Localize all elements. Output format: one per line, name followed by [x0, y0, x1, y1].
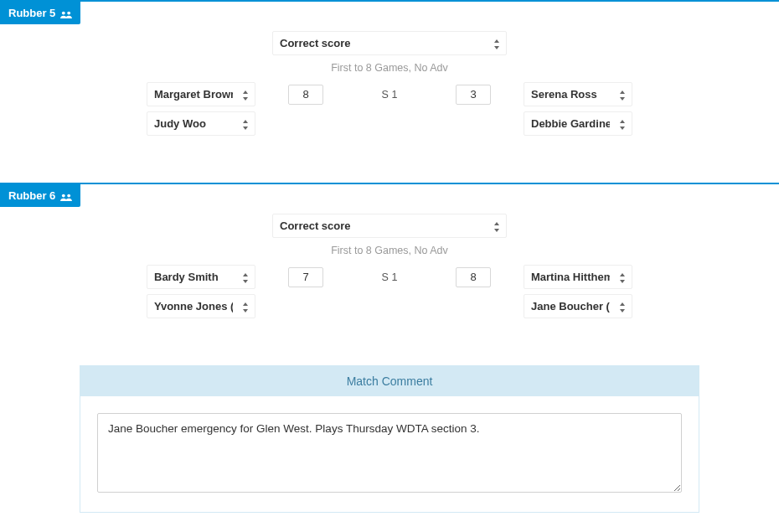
rubber-5-tab[interactable]: Rubber 5	[0, 2, 80, 24]
home-player-2-wrap: Yvonne Jones (C)	[147, 294, 255, 318]
home-player-2-select[interactable]: Yvonne Jones (C)	[147, 294, 255, 318]
format-label: First to 8 Games, No Adv	[0, 62, 779, 74]
score-type-select[interactable]: Correct score	[272, 214, 507, 238]
match-comment-body	[80, 396, 699, 512]
rubber-5-block: Rubber 5 Correct score First to 8 Games,…	[0, 0, 779, 136]
home-player-1-wrap: Bardy Smith	[147, 265, 255, 289]
score-type-select[interactable]: Correct score	[272, 31, 507, 55]
away-player-2-select[interactable]: Debbie Gardiner (C)	[524, 111, 632, 136]
rubber-6-label: Rubber 6	[8, 189, 55, 202]
set-label: S 1	[356, 271, 423, 283]
away-player-2-select[interactable]: Jane Boucher (E)	[524, 294, 632, 318]
doubles-icon	[60, 8, 72, 18]
rubber-5-label: Rubber 5	[8, 7, 55, 19]
svg-point-0	[62, 11, 65, 14]
doubles-icon	[60, 191, 72, 201]
away-player-1-wrap: Martina Hitthemova	[524, 265, 632, 289]
svg-point-3	[68, 194, 71, 197]
home-player-1-select[interactable]: Bardy Smith	[147, 265, 255, 289]
score-type-select-wrap: Correct score	[272, 31, 507, 55]
away-player-1-wrap: Serena Ross	[524, 82, 632, 106]
score-type-select-wrap: Correct score	[272, 214, 507, 238]
home-player-1-wrap: Margaret Brown	[147, 82, 255, 106]
match-comment-panel: Match Comment	[80, 365, 699, 513]
score-away-input[interactable]	[456, 85, 491, 105]
scoreline-1: Bardy Smith S 1 Martina Hitthemova	[63, 265, 716, 289]
away-player-2-wrap: Debbie Gardiner (C)	[524, 111, 632, 136]
match-comment-textarea[interactable]	[97, 413, 682, 493]
away-player-1-select[interactable]: Martina Hitthemova	[524, 265, 632, 289]
set-label: S 1	[356, 89, 423, 101]
format-label: First to 8 Games, No Adv	[0, 245, 779, 256]
score-type-row: Correct score	[0, 207, 779, 238]
match-comment-title: Match Comment	[80, 366, 699, 396]
score-home-input[interactable]	[288, 85, 323, 105]
rubber-5-header: Rubber 5	[0, 0, 779, 24]
score-home-input[interactable]	[288, 267, 323, 287]
svg-point-1	[68, 11, 71, 14]
home-player-2-select[interactable]: Judy Woo	[147, 111, 255, 136]
scoreline-2: Yvonne Jones (C) Jane Boucher (E)	[63, 294, 716, 318]
svg-point-2	[62, 194, 65, 197]
away-player-1-select[interactable]: Serena Ross	[524, 82, 632, 106]
scoreline-2: Judy Woo Debbie Gardiner (C)	[63, 111, 716, 136]
score-away-input[interactable]	[456, 267, 491, 287]
rubber-6-block: Rubber 6 Correct score First to 8 Games,…	[0, 183, 779, 318]
rubber-6-tab[interactable]: Rubber 6	[0, 184, 80, 207]
home-player-1-select[interactable]: Margaret Brown	[147, 82, 255, 106]
scoreline-1: Margaret Brown S 1 Serena Ross	[63, 82, 716, 106]
score-type-row: Correct score	[0, 24, 779, 55]
away-player-2-wrap: Jane Boucher (E)	[524, 294, 632, 318]
rubber-6-header: Rubber 6	[0, 183, 779, 207]
home-player-2-wrap: Judy Woo	[147, 111, 255, 136]
